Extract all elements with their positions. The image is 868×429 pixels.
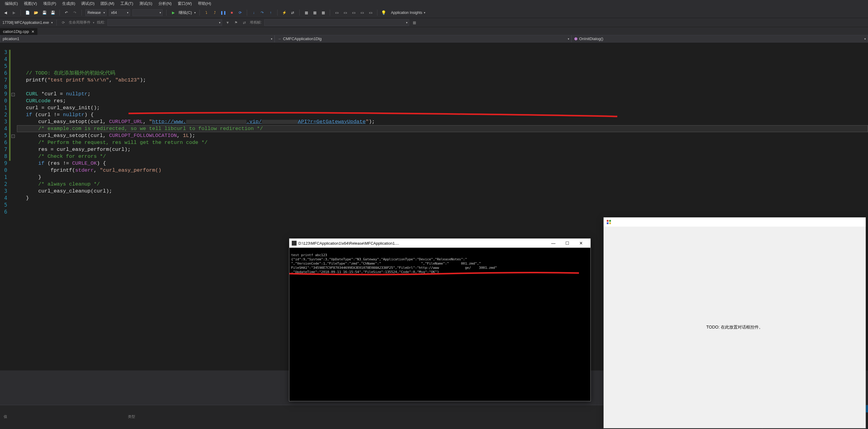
menu-test[interactable]: 测试(S) (137, 0, 155, 7)
main-toolbar: ◀ ▶ 📄 📂 💾 💾 ↶ ↷ Release x64 ▶ 继续(C)▾ ⤵ ⤴… (0, 7, 868, 18)
redo-icon[interactable]: ↷ (72, 10, 78, 16)
tool-icon-5[interactable]: ▦ (320, 10, 326, 16)
thread-label: 线程: (97, 20, 105, 25)
method-combo[interactable]: ⬢ OnInitDialog()▾ (571, 35, 868, 42)
step-into-icon[interactable]: ↓ (251, 10, 257, 16)
console-titlebar[interactable]: D:\123\MFCApplication1\x64\Release\MFCAp… (289, 239, 590, 248)
cmd-icon (292, 241, 297, 246)
menu-tools[interactable]: 工具(T) (118, 0, 136, 7)
col-value[interactable]: 值 (4, 414, 7, 419)
bulb-icon: 💡 (381, 10, 386, 15)
forward-button[interactable]: ▶ (11, 10, 17, 16)
save-icon[interactable]: 💾 (41, 10, 48, 16)
stack-dropdown[interactable] (264, 19, 409, 26)
tab-file[interactable]: cation1Dlg.cpp ✕ (0, 28, 37, 35)
step-over-icon[interactable]: ↷ (259, 10, 265, 16)
debug-toolbar: 17708] MFCApplication1.exe ▾ ⟳ 生命周期事件▾ 线… (0, 18, 868, 27)
filter3-icon[interactable]: ⇄ (241, 20, 247, 26)
scope-combo[interactable]: plication1▾ (0, 35, 275, 42)
config-dropdown[interactable]: Release (85, 9, 106, 16)
menu-build[interactable]: 生成(B) (60, 0, 78, 7)
console-output[interactable]: test printf abc123 {"id":9,"System":3,"U… (289, 248, 590, 401)
console-title-text: D:\123\MFCApplication1\x64\Release\MFCAp… (299, 241, 399, 246)
fold-column: − − (11, 43, 17, 370)
close-icon[interactable]: ✕ (31, 30, 34, 34)
step-out-icon[interactable]: ↑ (268, 10, 274, 16)
fold-icon[interactable]: − (11, 93, 15, 96)
menu-project[interactable]: 项目(P) (41, 0, 59, 7)
mfc-dialog[interactable]: TODO: 在此放置对话框控件。 (603, 217, 866, 428)
save-all-icon[interactable]: 💾 (50, 10, 56, 16)
stack-tool-icon[interactable]: ▦ (411, 20, 417, 26)
filter2-icon[interactable]: ⚑ (233, 20, 239, 26)
menu-edit[interactable]: 编辑(E) (2, 0, 20, 7)
process-label: 17708] MFCApplication1.exe (2, 21, 49, 25)
window-icon-2[interactable]: ▭ (342, 10, 348, 16)
col-type[interactable]: 类型 (128, 414, 135, 419)
menu-view[interactable]: 视图(V) (22, 0, 39, 7)
window-icon-1[interactable]: ▭ (334, 10, 340, 16)
lifecycle-label: 生命周期事件 (69, 20, 91, 25)
menu-team[interactable]: 团队(M) (98, 0, 117, 7)
svg-rect-0 (607, 220, 609, 222)
class-combo[interactable]: → CMFCApplication1Dlg▾ (275, 35, 571, 42)
svg-rect-2 (607, 222, 609, 224)
line-gutter: 345678901234567890123456 (0, 43, 9, 370)
back-button[interactable]: ◀ (2, 10, 8, 16)
lifecycle-icon[interactable]: ⟳ (60, 20, 66, 26)
svg-rect-1 (609, 220, 611, 222)
tool-icon-1[interactable]: ⚡ (281, 10, 287, 16)
fold-icon[interactable]: − (11, 134, 15, 138)
maximize-button[interactable]: ☐ (560, 239, 574, 248)
tool-icon-2[interactable]: ⇄ (290, 10, 296, 16)
window-icon-5[interactable]: ▭ (368, 10, 373, 16)
tab-label: cation1Dlg.cpp (3, 29, 29, 34)
menu-help[interactable]: 帮助(H) (195, 0, 214, 7)
app-insights-button[interactable]: Application Insights ▾ (389, 10, 428, 16)
dialog-body: TODO: 在此放置对话框控件。 (604, 226, 866, 428)
open-icon[interactable]: 📂 (33, 10, 39, 16)
app-icon (606, 219, 612, 225)
navigation-bar: plication1▾ → CMFCApplication1Dlg▾ ⬢ OnI… (0, 35, 868, 43)
undo-icon[interactable]: ↶ (63, 10, 69, 16)
continue-label[interactable]: 继续(C) (179, 10, 192, 16)
tool-icon-3[interactable]: ▦ (303, 10, 309, 16)
continue-button[interactable]: ▶ (170, 10, 176, 16)
filter1-icon[interactable]: ▼ (224, 20, 230, 26)
platform-dropdown[interactable]: x64 (109, 9, 130, 16)
dialog-titlebar[interactable] (604, 217, 866, 226)
console-window[interactable]: D:\123\MFCApplication1\x64\Release\MFCAp… (289, 238, 591, 401)
minimize-button[interactable]: — (547, 239, 560, 248)
close-button[interactable]: ✕ (574, 239, 588, 248)
new-file-icon[interactable]: 📄 (25, 10, 30, 16)
document-tabs: cation1Dlg.cpp ✕ (0, 27, 868, 35)
stack-label: 堆栈帧: (250, 20, 261, 25)
restart-button[interactable]: ⟳ (237, 10, 243, 16)
pause-button[interactable]: ❚❚ (220, 10, 226, 16)
svg-rect-3 (609, 222, 611, 224)
menu-window[interactable]: 窗口(W) (175, 0, 194, 7)
menu-debug[interactable]: 调试(D) (79, 0, 97, 7)
menu-bar: 编辑(E) 视图(V) 项目(P) 生成(B) 调试(D) 团队(M) 工具(T… (0, 0, 868, 7)
thread-dropdown[interactable] (107, 19, 222, 26)
window-icon-3[interactable]: ▭ (350, 10, 356, 16)
step2-icon[interactable]: ⤴ (212, 10, 218, 16)
dialog-placeholder-text: TODO: 在此放置对话框控件。 (706, 325, 763, 330)
stop-button[interactable]: ■ (229, 10, 235, 16)
tool-icon-4[interactable]: ▦ (312, 10, 318, 16)
window-icon-4[interactable]: ▭ (359, 10, 365, 16)
step-icon[interactable]: ⤵ (203, 10, 209, 16)
menu-analyze[interactable]: 分析(N) (156, 0, 174, 7)
target-dropdown[interactable] (132, 9, 163, 16)
